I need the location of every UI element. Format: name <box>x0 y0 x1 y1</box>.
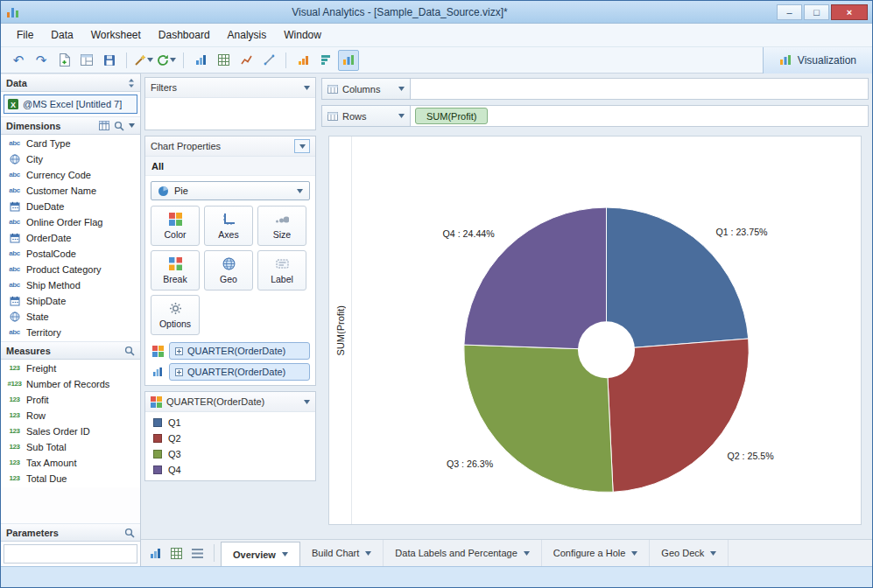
break-quarter-pill[interactable]: QUARTER(OrderDate) <box>169 363 310 381</box>
chevron-down-icon[interactable] <box>129 123 135 128</box>
sum-profit-pill[interactable]: SUM(Profit) <box>415 108 488 124</box>
visualization-toggle-button[interactable] <box>338 50 359 71</box>
data-panel-header[interactable]: Data <box>1 74 140 92</box>
field-row[interactable]: 123Row <box>1 408 140 424</box>
expand-icon[interactable] <box>175 368 183 376</box>
menu-window[interactable]: Window <box>275 25 330 45</box>
menu-analysis[interactable]: Analysis <box>219 25 276 45</box>
columns-shelf-label[interactable]: Columns <box>321 78 411 100</box>
color-button[interactable]: Color <box>151 206 200 246</box>
undo-button[interactable]: ↶ <box>8 50 29 71</box>
field-currency-code[interactable]: abcCurrency Code <box>1 167 140 183</box>
crosstab-button[interactable] <box>213 50 234 71</box>
label-button[interactable]: Label <box>257 250 306 290</box>
minimize-button[interactable]: – <box>777 4 802 20</box>
chevron-down-icon[interactable] <box>524 551 530 556</box>
field-territory[interactable]: abcTerritory <box>1 325 140 340</box>
tab-geo-deck[interactable]: Geo Deck <box>650 540 729 566</box>
field-state[interactable]: State <box>1 309 140 325</box>
refresh-button[interactable] <box>156 50 177 71</box>
menu-worksheet[interactable]: Worksheet <box>82 25 150 45</box>
new-document-button[interactable] <box>53 50 74 71</box>
format-wand-button[interactable] <box>133 50 154 71</box>
filters-header[interactable]: Filters <box>145 78 315 98</box>
chevron-down-icon[interactable] <box>631 551 637 556</box>
filters-body[interactable] <box>145 98 315 130</box>
sheet-list-button[interactable] <box>187 542 208 564</box>
menu-dashboard[interactable]: Dashboard <box>150 25 219 45</box>
options-button[interactable]: Options <box>151 295 200 335</box>
horizontal-bars-button[interactable] <box>315 50 336 71</box>
rows-shelf-label[interactable]: Rows <box>321 105 411 127</box>
size-button[interactable]: Size <box>257 206 306 246</box>
tab-overview[interactable]: Overview <box>221 542 300 566</box>
field-product-category[interactable]: abcProduct Category <box>1 262 140 277</box>
field-shipdate[interactable]: ShipDate <box>1 293 140 309</box>
field-sales-order-id[interactable]: 123Sales Order ID <box>1 424 140 439</box>
legend-item-q3[interactable]: Q3 <box>145 446 315 462</box>
sort-ascending-button[interactable] <box>292 50 313 71</box>
legend-item-q2[interactable]: Q2 <box>145 430 315 446</box>
legend-item-q4[interactable]: Q4 <box>145 462 315 478</box>
field-orderdate[interactable]: OrderDate <box>1 230 140 246</box>
chevron-down-icon[interactable] <box>398 114 405 118</box>
menu-data[interactable]: Data <box>42 25 81 45</box>
data-source-item[interactable]: X @MS Excel [Untitled 7] <box>4 94 137 114</box>
field-profit[interactable]: 123Profit <box>1 392 140 408</box>
chart-properties-menu-button[interactable] <box>294 139 310 153</box>
chevron-down-icon[interactable] <box>710 551 716 556</box>
axes-button[interactable]: Axes <box>204 206 253 246</box>
field-tax-amount[interactable]: 123Tax Amount <box>1 455 140 471</box>
chart-type-select[interactable]: Pie <box>151 181 310 200</box>
field-total-due[interactable]: 123Total Due <box>1 471 140 486</box>
break-button[interactable]: Break <box>151 250 200 290</box>
column-chart-button[interactable] <box>190 50 211 71</box>
color-quarter-pill[interactable]: QUARTER(OrderDate) <box>169 342 310 360</box>
save-button[interactable] <box>99 50 120 71</box>
view-data-icon[interactable] <box>99 121 109 130</box>
field-online-order-flag[interactable]: abcOnline Order Flag <box>1 214 140 230</box>
expand-icon[interactable] <box>175 347 183 355</box>
chart-properties-header[interactable]: Chart Properties <box>145 136 315 157</box>
close-button[interactable]: × <box>831 4 868 20</box>
slope-chart-button[interactable] <box>258 50 279 71</box>
field-card-type[interactable]: abcCard Type <box>1 136 140 151</box>
field-duedate[interactable]: DueDate <box>1 199 140 214</box>
dimensions-header[interactable]: Dimensions <box>1 116 140 135</box>
line-chart-button[interactable] <box>236 50 257 71</box>
columns-shelf-field[interactable] <box>411 78 869 100</box>
chevron-down-icon[interactable] <box>282 552 288 556</box>
field-city[interactable]: City <box>1 151 140 167</box>
visualization-tab[interactable]: Visualization <box>763 47 872 74</box>
new-crosstab-button[interactable] <box>165 542 187 564</box>
field-number-of-records[interactable]: #123Number of Records <box>1 376 140 392</box>
menu-file[interactable]: File <box>8 25 42 45</box>
tab-configure-a-hole[interactable]: Configure a Hole <box>542 540 651 566</box>
chevron-down-icon[interactable] <box>365 551 371 556</box>
redo-button[interactable]: ↷ <box>31 50 52 71</box>
field-sub-total[interactable]: 123Sub Total <box>1 439 140 455</box>
titlebar[interactable]: Visual Analytics - [Sample_Data_Source.v… <box>1 1 872 24</box>
tab-data-labels-and-percentage[interactable]: Data Labels and Percentage <box>384 540 541 566</box>
search-icon[interactable] <box>124 528 135 538</box>
sort-fields-icon[interactable] <box>128 78 135 88</box>
field-postalcode[interactable]: abcPostalCode <box>1 246 140 262</box>
maximize-button[interactable]: □ <box>804 4 829 20</box>
legend-item-q1[interactable]: Q1 <box>145 415 315 430</box>
measures-header[interactable]: Measures <box>1 341 140 360</box>
field-freight[interactable]: 123Freight <box>1 360 140 376</box>
legend-header[interactable]: QUARTER(OrderDate) <box>145 392 315 412</box>
chevron-down-icon[interactable] <box>398 87 405 91</box>
new-worksheet-button[interactable] <box>144 542 165 564</box>
new-dashboard-button[interactable] <box>76 50 97 71</box>
chevron-down-icon[interactable] <box>304 86 310 90</box>
search-icon[interactable] <box>124 346 135 356</box>
field-customer-name[interactable]: abcCustomer Name <box>1 183 140 199</box>
parameters-header[interactable]: Parameters <box>1 523 140 542</box>
chevron-down-icon[interactable] <box>304 400 310 404</box>
search-icon[interactable] <box>114 121 124 131</box>
pie-chart[interactable]: Q1 : 23.75%Q2 : 25.5%Q3 : 26.3%Q4 : 24.4… <box>352 136 861 524</box>
tab-build-chart[interactable]: Build Chart <box>300 540 384 566</box>
field-ship-method[interactable]: abcShip Method <box>1 277 140 293</box>
rows-shelf-field[interactable]: SUM(Profit) <box>411 105 869 127</box>
